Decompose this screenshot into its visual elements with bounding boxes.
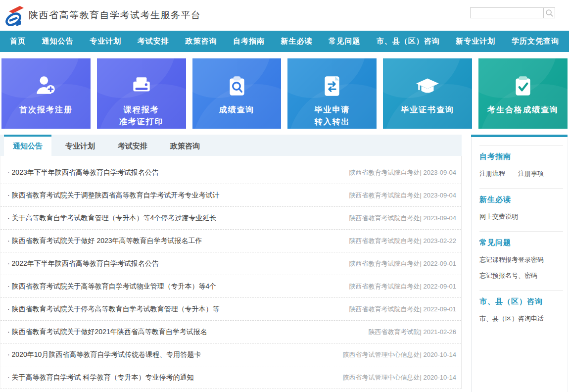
nav-item-diploma-query[interactable]: 学历文凭查询 xyxy=(512,37,559,46)
graduation-cap-icon xyxy=(414,73,441,99)
search-input[interactable] xyxy=(470,7,543,18)
sidebar-section-faq: 常见问题 忘记课程报考登录密码 忘记预报名号、密码 xyxy=(479,231,563,290)
nav-item-major-plan[interactable]: 专业计划 xyxy=(90,37,121,46)
announcement-row[interactable]: 陕西省教育考试院关于停考高等教育自学考试教育管理（专升本）等 陕西省教育考试院自… xyxy=(0,298,461,321)
tile-diploma-query[interactable]: 毕业证书查询 xyxy=(383,58,472,129)
tile-label: 毕业申请转入转出 xyxy=(314,104,350,128)
sidebar-heading: 常见问题 xyxy=(479,238,563,247)
announcement-row[interactable]: 2023年下半年陕西省高等教育自学考试报名公告 陕西省教育考试院自考处2023-… xyxy=(0,161,461,184)
announcement-row[interactable]: 陕西省教育考试院关于高等教育自学考试物业管理（专升本）等4个 陕西省教育考试院自… xyxy=(0,275,461,298)
tile-label: 首次报考注册 xyxy=(19,104,73,116)
main-nav: 首页 通知公告 专业计划 考试安排 政策咨询 自考指南 新生必读 常见问题 市、… xyxy=(0,31,569,52)
quick-action-tiles: 首次报考注册 课程报考准考证打印 成绩查询 xyxy=(0,58,569,129)
transfer-icon xyxy=(320,73,344,99)
news-column: 通知公告 专业计划 考试安排 政策咨询 2023年下半年陕西省高等教育自学考试报… xyxy=(0,135,462,392)
announcement-row[interactable]: 陕西省教育考试院关于做好2021年陕西省高等教育自学考试报名 陕西省教育考试院2… xyxy=(0,321,461,343)
announcement-meta: 陕西省教育考试院自考处2023-09-04 xyxy=(349,214,457,223)
sidebar: 自考指南 注册流程 注册事项 新生必读 网上交费说明 常见问题 忘记课程报考登录… xyxy=(471,135,568,392)
announcement-row[interactable]: 2022年下半年陕西省高等教育自学考试报名公告 陕西省教育考试院自考处2022-… xyxy=(0,252,461,275)
tab-policy[interactable]: 政策咨询 xyxy=(161,135,209,156)
tile-graduation-transfer[interactable]: 毕业申请转入转出 xyxy=(287,58,377,129)
tile-label: 毕业证书查询 xyxy=(401,104,454,116)
announcement-row[interactable]: 关于高等教育自学考试 科学教育（专升本）专业停考的通知 陕西省考试管理中心信息处… xyxy=(0,366,461,389)
announcement-meta: 陕西省教育考试院2021-02-26 xyxy=(369,328,457,337)
announcement-meta: 陕西省教育考试院自考处2023-09-04 xyxy=(349,191,457,200)
nav-item-freshman[interactable]: 新生必读 xyxy=(281,37,313,46)
user-add-icon xyxy=(34,73,58,99)
announcement-meta: 陕西省教育考试院自考处2022-09-01 xyxy=(349,259,457,268)
sidebar-link-online-payment[interactable]: 网上交费说明 xyxy=(479,212,563,221)
sidebar-link-register-flow[interactable]: 注册流程 xyxy=(479,169,505,178)
nav-item-city-consult[interactable]: 市、县（区）咨询 xyxy=(377,37,440,46)
nav-item-faq[interactable]: 常见问题 xyxy=(329,37,360,46)
nav-item-guide[interactable]: 自考指南 xyxy=(233,37,265,46)
sidebar-panel: 自考指南 注册流程 注册事项 新生必读 网上交费说明 常见问题 忘记课程报考登录… xyxy=(471,137,568,392)
search-box xyxy=(470,7,555,18)
announcement-meta: 陕西省教育考试院自考处2022-09-01 xyxy=(349,282,457,291)
search-icon xyxy=(545,8,554,17)
announcement-title[interactable]: 陕西省教育考试院关于做好 2023年高等教育自学考试报名工作 xyxy=(7,237,202,245)
sidebar-section-freshman: 新生必读 网上交费说明 xyxy=(479,188,563,231)
announcement-meta: 陕西省教育考试院自考处2022-09-01 xyxy=(349,305,457,314)
sidebar-link-forgot-login-password[interactable]: 忘记课程报考登录密码 xyxy=(479,255,563,264)
announcement-title[interactable]: 2020年10月陕西省高等教育自学考试传统卷课程、专用答题卡 xyxy=(7,350,201,359)
sidebar-heading: 市、县（区）咨询 xyxy=(479,297,563,306)
announcement-title[interactable]: 2023年下半年陕西省高等教育自学考试报名公告 xyxy=(7,168,159,177)
announcement-title[interactable]: 陕西省教育考试院关于调整陕西省高等教育自学考试开考专业考试计 xyxy=(7,191,220,200)
announcement-title[interactable]: 关于高等教育自学考试教育管理（专升本）等4个停考过渡专业延长 xyxy=(7,214,216,223)
nav-item-policy[interactable]: 政策咨询 xyxy=(185,37,217,46)
news-tab-bar: 通知公告 专业计划 考试安排 政策咨询 xyxy=(0,135,462,156)
sidebar-heading: 自考指南 xyxy=(479,152,563,161)
tile-label: 考生合格成绩查询 xyxy=(487,104,559,116)
sidebar-link-register-notes[interactable]: 注册事项 xyxy=(518,169,544,178)
tile-label: 成绩查询 xyxy=(219,104,255,116)
sidebar-link-city-phone[interactable]: 市、县（区）咨询电话 xyxy=(479,314,563,323)
tab-major-plan[interactable]: 专业计划 xyxy=(56,135,104,156)
tile-label: 课程报考准考证打印 xyxy=(119,104,164,128)
announcement-row[interactable]: 陕西省教育考试院关于做好 2023年高等教育自学考试报名工作 陕西省教育考试院自… xyxy=(0,230,461,252)
main-content: 通知公告 专业计划 考试安排 政策咨询 2023年下半年陕西省高等教育自学考试报… xyxy=(0,135,569,392)
announcement-row[interactable]: 陕西省教育考试院关于调整陕西省高等教育自学考试开考专业考试计 陕西省教育考试院自… xyxy=(0,184,461,207)
announcement-list: 2023年下半年陕西省高等教育自学考试报名公告 陕西省教育考试院自考处2023-… xyxy=(0,156,462,389)
search-button[interactable] xyxy=(543,7,555,18)
sidebar-section-guide: 自考指南 注册流程 注册事项 xyxy=(479,145,563,188)
tile-first-registration[interactable]: 首次报考注册 xyxy=(1,58,91,129)
nav-item-home[interactable]: 首页 xyxy=(10,37,26,46)
sidebar-link-forgot-prereg-password[interactable]: 忘记预报名号、密码 xyxy=(479,271,563,280)
tile-score-query[interactable]: 成绩查询 xyxy=(192,58,282,129)
printer-icon xyxy=(129,73,154,99)
announcement-title[interactable]: 2022年下半年陕西省高等教育自学考试报名公告 xyxy=(7,259,159,268)
sidebar-section-city-consult: 市、县（区）咨询 市、县（区）咨询电话 xyxy=(479,290,563,333)
announcement-row[interactable]: 关于高等教育自学考试教育管理（专升本）等4个停考过渡专业延长 陕西省教育考试院自… xyxy=(0,207,461,230)
announcement-meta: 陕西省教育考试院自考处2023-09-04 xyxy=(349,168,457,177)
tile-course-register-print[interactable]: 课程报考准考证打印 xyxy=(97,58,186,129)
announcement-title[interactable]: 关于高等教育自学考试 科学教育（专升本）专业停考的通知 xyxy=(7,373,193,382)
announcement-title[interactable]: 陕西省教育考试院关于做好2021年陕西省高等教育自学考试报名 xyxy=(7,328,207,337)
sidebar-heading: 新生必读 xyxy=(479,195,563,204)
announcement-meta: 陕西省教育考试院自考处2023-02-22 xyxy=(349,237,457,245)
announcement-meta: 陕西省考试管理中心信息处2020-10-14 xyxy=(343,373,457,382)
nav-item-new-major-plan[interactable]: 新专业计划 xyxy=(456,37,495,46)
announcement-title[interactable]: 陕西省教育考试院关于高等教育自学考试物业管理（专升本）等4个 xyxy=(7,282,216,291)
page-header: 陕西省高等教育自学考试考生服务平台 xyxy=(0,0,569,31)
tab-notices[interactable]: 通知公告 xyxy=(4,135,51,156)
page-title: 陕西省高等教育自学考试考生服务平台 xyxy=(29,9,201,22)
tile-passed-score-query[interactable]: 考生合格成绩查询 xyxy=(478,58,568,129)
announcement-meta: 陕西省考试管理中心信息处2020-10-14 xyxy=(343,350,457,359)
clipboard-search-icon xyxy=(225,73,249,99)
nav-item-exam-schedule[interactable]: 考试安排 xyxy=(138,37,169,46)
announcement-row[interactable]: 2020年10月陕西省高等教育自学考试传统卷课程、专用答题卡 陕西省考试管理中心… xyxy=(0,343,461,366)
clipboard-check-icon xyxy=(511,73,535,99)
nav-item-notices[interactable]: 通知公告 xyxy=(42,37,74,46)
site-logo-icon xyxy=(4,4,24,27)
announcement-title[interactable]: 陕西省教育考试院关于停考高等教育自学考试教育管理（专升本）等 xyxy=(7,305,220,314)
tab-exam-schedule[interactable]: 考试安排 xyxy=(109,135,156,156)
